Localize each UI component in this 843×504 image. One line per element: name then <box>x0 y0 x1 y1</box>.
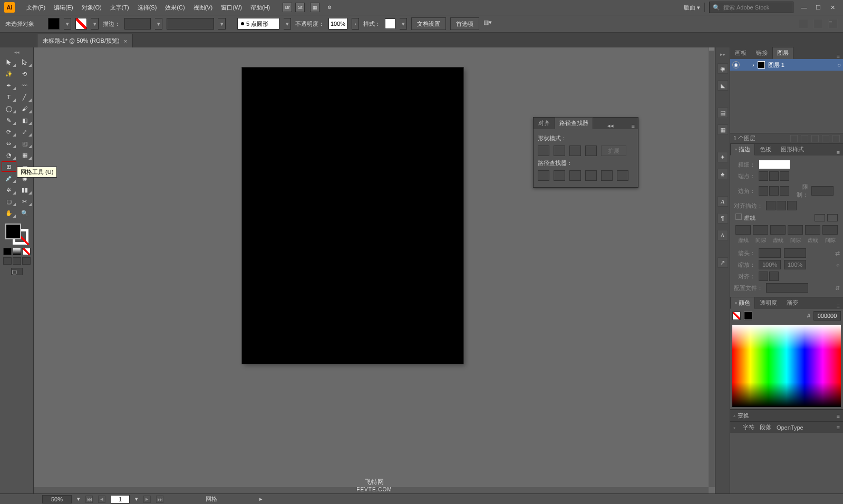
cap-butt[interactable] <box>759 171 768 181</box>
stroke-dropdown[interactable]: ▾ <box>91 18 99 30</box>
stock-search-input[interactable]: 🔍 搜索 Adobe Stock <box>709 2 793 13</box>
stock-icon[interactable]: St <box>295 3 305 12</box>
magic-wand-tool[interactable]: ✨ <box>2 69 16 79</box>
swatches-dock-icon[interactable]: ▦ <box>718 124 728 135</box>
paintbrush-tool[interactable]: 🖌 <box>17 103 32 114</box>
pathfinder-collapse[interactable]: ◂◂ <box>604 122 617 129</box>
align-center[interactable] <box>766 201 776 210</box>
tab-layers[interactable]: 图层 <box>772 47 793 59</box>
brush-dropdown[interactable]: ▾ <box>284 18 291 30</box>
fill-color-box[interactable] <box>5 224 21 239</box>
status-dropdown[interactable]: ▸ <box>259 496 263 502</box>
preferences-button[interactable]: 首选项 <box>450 17 479 30</box>
slice-tool[interactable]: ✂ <box>17 196 32 207</box>
dash-preserve-icon[interactable] <box>815 214 825 221</box>
expand-button[interactable]: 扩展 <box>601 146 626 156</box>
none-mode-button[interactable] <box>22 248 31 255</box>
stroke-profile-select[interactable] <box>766 283 808 293</box>
artboard[interactable] <box>242 67 463 364</box>
arrow-scale-end[interactable]: 100% <box>784 260 806 269</box>
width-tool[interactable]: ⇔ <box>2 138 16 149</box>
direct-selection-tool[interactable] <box>17 57 32 67</box>
eyedropper-tool[interactable]: 💉 <box>2 173 16 183</box>
eraser-tool[interactable]: ◧ <box>17 115 32 125</box>
divide-button[interactable] <box>538 170 549 181</box>
dash-1-input[interactable] <box>735 225 751 235</box>
zoom-tool[interactable]: 🔍 <box>17 208 32 218</box>
tab-swatches[interactable]: 色板 <box>755 143 776 156</box>
gpu-icon[interactable]: ⚙ <box>325 3 334 12</box>
opacity-input[interactable]: 100% <box>328 18 347 30</box>
fill-dropdown[interactable]: ▾ <box>64 18 71 30</box>
arrange-docs-icon[interactable]: ▦ <box>310 3 319 12</box>
style-dropdown[interactable]: ▾ <box>400 18 407 30</box>
swap-arrows-icon[interactable]: ⇄ <box>835 250 840 257</box>
locate-object-icon[interactable] <box>790 135 798 142</box>
dash-align-icon[interactable] <box>827 214 838 221</box>
stroke-panel-menu[interactable]: ≡ <box>834 149 843 156</box>
gradient-mode-button[interactable] <box>13 248 21 255</box>
character-panel-collapsed[interactable]: ◦ 字符 段落 OpenType ≡ <box>730 421 843 433</box>
prev-artboard-button[interactable]: ◂ <box>98 496 105 503</box>
menu-help[interactable]: 帮助(H) <box>246 4 274 12</box>
tab-color[interactable]: ◦ 颜色 <box>730 297 755 309</box>
document-tab[interactable]: 未标题-1* @ 50% (RGB/预览) × <box>37 34 133 47</box>
arrow-end-select[interactable] <box>784 248 806 258</box>
tab-gradient[interactable]: 渐变 <box>782 297 803 309</box>
unite-button[interactable] <box>538 146 549 156</box>
stroke-weight-dropdown[interactable]: ▾ <box>155 18 162 30</box>
minimize-button[interactable]: — <box>798 4 810 11</box>
column-graph-tool[interactable]: ▮▮ <box>17 185 32 195</box>
svg-dock-icon[interactable]: ✦ <box>718 152 728 162</box>
merge-button[interactable] <box>569 170 581 181</box>
next-artboard-button[interactable]: ▸ <box>143 496 151 503</box>
layer-name[interactable]: 图层 1 <box>768 61 784 69</box>
last-artboard-button[interactable]: ⏭ <box>156 496 163 503</box>
menu-edit[interactable]: 编辑(E) <box>50 4 77 12</box>
perspective-grid-tool[interactable]: ▦ <box>17 150 32 160</box>
glyphs-dock-icon[interactable]: A <box>718 230 728 240</box>
outline-button[interactable] <box>601 170 613 181</box>
menu-effect[interactable]: 效果(C) <box>161 4 189 12</box>
menu-file[interactable]: 文件(F) <box>22 4 50 12</box>
gap-2-input[interactable] <box>788 225 803 235</box>
align-outside[interactable] <box>787 201 797 210</box>
menu-object[interactable]: 对象(O) <box>77 4 106 12</box>
layer-row[interactable]: ◉ › 图层 1 ○ <box>730 59 843 71</box>
layers-panel-menu[interactable]: ≡ <box>834 53 843 59</box>
target-icon[interactable]: ○ <box>837 62 841 68</box>
rectangle-tool[interactable]: ◯ <box>2 103 16 114</box>
align-to-icon[interactable]: ▥▾ <box>483 19 493 28</box>
curvature-tool[interactable]: 〰 <box>17 80 32 91</box>
weight-input[interactable] <box>759 160 790 169</box>
pen-tool[interactable]: ✒ <box>2 80 16 91</box>
dashed-checkbox[interactable] <box>735 214 742 220</box>
menu-type[interactable]: 文字(T) <box>106 4 133 12</box>
tab-links[interactable]: 链接 <box>751 47 772 59</box>
exclude-button[interactable] <box>585 146 597 156</box>
join-round[interactable] <box>769 186 779 196</box>
arrow-start-select[interactable] <box>759 248 781 258</box>
menu-view[interactable]: 视图(V) <box>189 4 217 12</box>
document-setup-button[interactable]: 文档设置 <box>411 17 446 30</box>
gap-1-input[interactable] <box>753 225 768 235</box>
lasso-tool[interactable]: ⟲ <box>17 69 32 79</box>
transform-panel-collapsed[interactable]: ◦变换≡ <box>730 410 843 421</box>
maximize-button[interactable]: ☐ <box>812 4 825 11</box>
arrow-scale-start[interactable]: 100% <box>759 260 781 269</box>
options-icon[interactable]: ≡ <box>828 19 838 28</box>
tab-close-button[interactable]: × <box>124 38 127 44</box>
make-clipping-mask-icon[interactable] <box>801 135 808 142</box>
stroke-weight-input[interactable] <box>124 18 151 30</box>
draw-inside-button[interactable] <box>22 257 31 265</box>
fill-swatch[interactable] <box>48 18 60 30</box>
dock-drag-handle[interactable]: ▸▸ <box>720 52 725 57</box>
hex-input[interactable]: 000000 <box>813 311 841 321</box>
fill-stroke-control[interactable] <box>4 222 30 246</box>
menu-window[interactable]: 窗口(W) <box>217 4 246 12</box>
dash-2-input[interactable] <box>770 225 786 235</box>
color-black-swatch[interactable] <box>744 312 752 320</box>
vertical-scrollbar[interactable] <box>709 47 715 487</box>
line-segment-tool[interactable]: ╱ <box>17 92 32 102</box>
brushes-dock-icon[interactable]: ◣ <box>718 80 728 91</box>
